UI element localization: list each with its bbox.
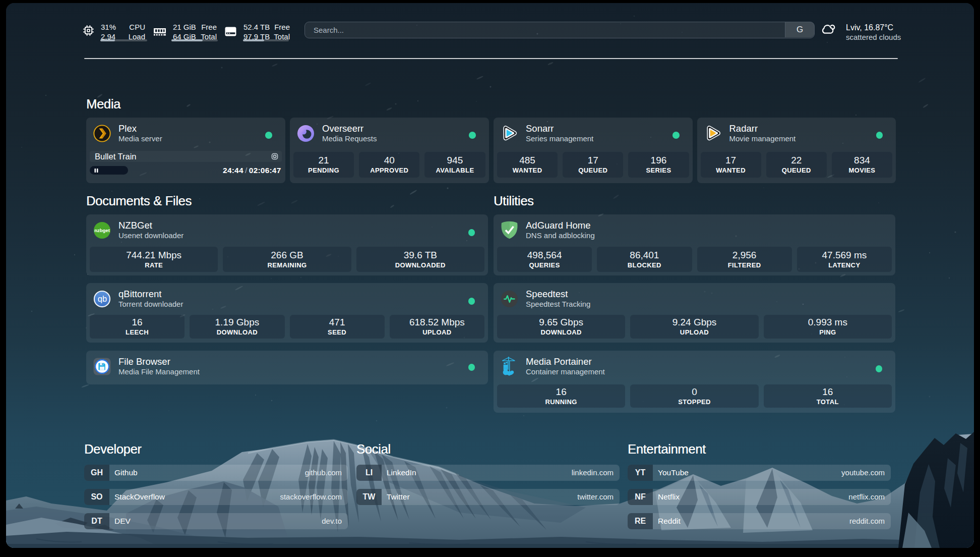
- svg-text:nzbget: nzbget: [94, 228, 110, 233]
- svg-text:qb: qb: [98, 294, 107, 304]
